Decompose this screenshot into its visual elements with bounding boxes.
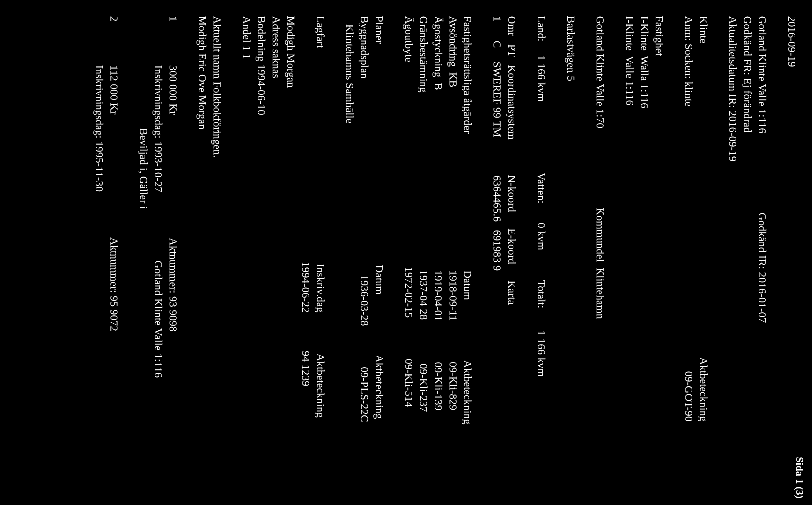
address: Barlastvägen 5 (563, 16, 578, 492)
fastighet-line1: I-Klinte Walla 1:116 (637, 16, 652, 492)
document-page: 2016-09-19 Gotland Klinte Valle 1:116 Go… (0, 0, 812, 505)
atgard-row-1: Ägostyckning B 1919-04-01 09-Kli-139 (431, 16, 446, 492)
atgard-heading: Fastighetsrättsliga åtgärder Datum Aktbe… (460, 16, 475, 492)
planer-sub: Klintehamns Samhälle (342, 16, 357, 492)
kommundel: Kommundel Klintehamn (594, 207, 606, 319)
omr-header: Omr PT Koordinatsystem N-koord E-koord K… (504, 16, 519, 492)
entry1-line3: Beviljad i, Gäller i (136, 16, 151, 492)
owner-andel: Andel 1 1 (239, 16, 254, 492)
entry1-line2: Inskrivningsdag: 1993-10-27 Gotland Klin… (151, 16, 166, 492)
page-footer: Sida 1 (3) (794, 457, 806, 499)
gotland-line: Gotland Klinte Valle 1:70 Kommundel Klin… (593, 16, 608, 492)
socken-note: Anm: Socken: klinte 09-GOT-90 (681, 16, 696, 492)
aktbeteckning-value: 09-GOT-90 (683, 371, 695, 422)
fastighet-line2: I-Klinte Valle 1:116 (622, 16, 637, 492)
planer-row: Byggnadsplan 1936-03-28 09-PLS-22C (357, 16, 372, 492)
header-line1: Gotland Klinte Valle 1:116 Godkänd IR: 2… (755, 16, 770, 492)
owner-name: Modigh Morgan (284, 16, 298, 492)
fastighet-heading: Fastighet (652, 16, 667, 492)
header-ir-date: Godkänd IR: 2016-01-07 (757, 212, 768, 323)
entry1-line1: 1 300 000 Kr Aktnummer: 93 9098 (166, 16, 180, 492)
owner-bodel: Bodelning 1994-06-10 (254, 16, 269, 492)
planer-heading: Planer Datum Aktbeteckning (372, 16, 386, 492)
atgard-row-2: Gränsbestämning 1937-04 28 09-Kli-237 (416, 16, 431, 492)
top-date: 2016-09-19 (784, 16, 799, 492)
entry2-line2: Inskrivningsdag: 1995-11-30 (92, 16, 107, 492)
header-line2: Godkänd FR: Ej förändrad (740, 16, 755, 492)
atgard-row-3: Ägoutbyte 1972-02-15 09-Kli-514 (401, 16, 416, 492)
header-property: Gotland Klinte Valle 1:116 (757, 16, 768, 133)
lagfart-row: 1994-06-22 94 1239 (298, 16, 313, 492)
omr-row: 1 C SWEREF 99 TM 6364465.6 691983 9 (490, 16, 504, 492)
socken-name: Klinte Aktbeteckning (696, 16, 711, 492)
aktuellt-name: Modigh Eric Ove Morgan (195, 16, 210, 492)
header-line3: Aktualitetsdatum IR: 2016-09-19 (725, 16, 741, 492)
lagfart-heading: Lagfart Inskriv.dag Aktbeteckning (313, 16, 328, 492)
aktbeteckning-heading: Aktbeteckning (698, 357, 709, 421)
owner-addr: Adress saknas (269, 16, 284, 492)
aktuellt: Aktuellt namn Folkbokföringen. (210, 16, 224, 492)
land-line: Land: 1 166 kvm Vatten: 0 kvm Totalt: 1 … (534, 16, 549, 492)
entry2-line1: 2 112 000 Kr Aktnummer: 95 9072 (107, 16, 121, 492)
atgard-row-0: Avsöndring KB 1918-09-11 09-Kli-829 (446, 16, 460, 492)
